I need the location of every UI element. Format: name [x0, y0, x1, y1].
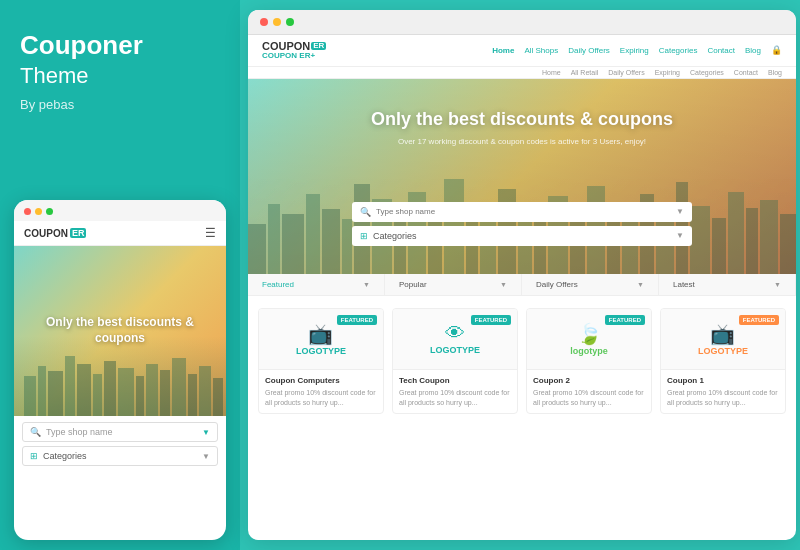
grid-icon: ⊞ — [30, 451, 38, 461]
coupon-card-2[interactable]: FEATURED 👁 LOGOTYPE Tech Coupon Great pr… — [392, 308, 518, 415]
svg-rect-10 — [160, 370, 170, 416]
filter-tabs: Featured ▼ Popular ▼ Daily Offers ▼ Late… — [248, 274, 796, 296]
card-info-1: Coupon Computers Great promo 10% discoun… — [259, 369, 383, 414]
desktop-dot-green — [286, 18, 294, 26]
chevron-down-icon: ▼ — [202, 428, 210, 437]
chevron-daily: ▼ — [637, 281, 644, 288]
filter-popular-label: Popular — [399, 280, 427, 289]
svg-rect-1 — [38, 366, 46, 416]
desktop-search-input[interactable] — [376, 207, 671, 216]
svg-rect-20 — [342, 219, 352, 274]
card-desc-1: Great promo 10% discount code for all pr… — [265, 388, 377, 408]
filter-tab-featured[interactable]: Featured ▼ — [248, 274, 385, 295]
mobile-categories-bar[interactable]: ⊞ Categories ▼ — [22, 446, 218, 466]
tv-icon-1: 📺 — [296, 322, 346, 346]
nav-sub-contact[interactable]: Contact — [734, 69, 758, 76]
chevron-popular: ▼ — [500, 281, 507, 288]
svg-rect-12 — [188, 374, 197, 416]
svg-rect-15 — [248, 224, 266, 274]
card-title-3: Coupon 2 — [533, 376, 645, 385]
nav-sub-links: Home All Retail Daily Offers Expiring Ca… — [542, 69, 782, 76]
desktop-nav-subrow: Home All Retail Daily Offers Expiring Ca… — [248, 67, 796, 79]
svg-rect-44 — [760, 200, 778, 274]
chevron-down-icon-2: ▼ — [202, 452, 210, 461]
filter-tab-latest[interactable]: Latest ▼ — [659, 274, 796, 295]
nav-categories[interactable]: Categories — [659, 46, 698, 55]
mobile-dot-green — [46, 208, 53, 215]
filter-tab-daily[interactable]: Daily Offers ▼ — [522, 274, 659, 295]
desktop-search-icon: 🔍 — [360, 207, 371, 217]
nav-blog[interactable]: Blog — [745, 46, 761, 55]
app-subtitle: Theme — [20, 63, 220, 89]
featured-badge-1: FEATURED — [337, 315, 377, 325]
mobile-search-bar[interactable]: 🔍 Type shop name ▼ — [22, 422, 218, 442]
svg-rect-11 — [172, 358, 186, 416]
mobile-hero: Only the best discounts & coupons — [14, 246, 226, 416]
featured-badge-3: FEATURED — [605, 315, 645, 325]
svg-rect-8 — [136, 376, 144, 416]
desktop-search-bar[interactable]: 🔍 ▼ — [352, 202, 692, 222]
nav-daily-offers[interactable]: Daily Offers — [568, 46, 610, 55]
desktop-hero-subtitle: Over 17 working discount & coupon codes … — [248, 137, 796, 146]
svg-rect-45 — [780, 214, 796, 274]
card-logo-area-3: FEATURED 🍃 logotype — [527, 309, 651, 369]
svg-rect-41 — [712, 218, 726, 274]
desktop-categories-chevron: ▼ — [676, 231, 684, 240]
desktop-categories-label: Categories — [373, 231, 417, 241]
svg-rect-19 — [322, 209, 340, 274]
card-logo-area-2: FEATURED 👁 LOGOTYPE — [393, 309, 517, 369]
desktop-mockup: COUPONER COUPON ER+ Home All Shops Daily… — [248, 10, 796, 540]
card-desc-4: Great promo 10% discount code for all pr… — [667, 388, 779, 408]
logotype-4: LOGOTYPE — [698, 346, 748, 356]
svg-rect-42 — [728, 192, 744, 274]
desktop-nav: COUPONER COUPON ER+ Home All Shops Daily… — [248, 35, 796, 67]
nav-all-shops[interactable]: All Shops — [524, 46, 558, 55]
filter-tab-popular[interactable]: Popular ▼ — [385, 274, 522, 295]
logotype-3: logotype — [570, 346, 608, 356]
coupon-card-3[interactable]: FEATURED 🍃 logotype Coupon 2 Great promo… — [526, 308, 652, 415]
mobile-mockup: COUPONER ☰ Only the best discounts & cou… — [14, 200, 226, 540]
mobile-categories-label: Categories — [43, 451, 87, 461]
coupon-card-4[interactable]: FEATURED 📺 LOGOTYPE Coupon 1 Great promo… — [660, 308, 786, 415]
card-info-4: Coupon 1 Great promo 10% discount code f… — [661, 369, 785, 414]
chevron-latest: ▼ — [774, 281, 781, 288]
svg-rect-13 — [199, 366, 211, 416]
leaf-icon-3: 🍃 — [570, 322, 608, 346]
svg-rect-16 — [268, 204, 280, 274]
nav-sub-home[interactable]: Home — [542, 69, 561, 76]
nav-home[interactable]: Home — [492, 46, 514, 55]
svg-rect-17 — [282, 214, 304, 274]
nav-expiring[interactable]: Expiring — [620, 46, 649, 55]
filter-featured-label: Featured — [262, 280, 294, 289]
hamburger-icon[interactable]: ☰ — [205, 226, 216, 240]
nav-sub-dailyoffers[interactable]: Daily Offers — [608, 69, 644, 76]
chevron-featured: ▼ — [363, 281, 370, 288]
mobile-dot-yellow — [35, 208, 42, 215]
nav-sub-categories[interactable]: Categories — [690, 69, 724, 76]
card-desc-2: Great promo 10% discount code for all pr… — [399, 388, 511, 408]
featured-badge-2: FEATURED — [471, 315, 511, 325]
mobile-titlebar — [14, 200, 226, 221]
search-icon: 🔍 — [30, 427, 41, 437]
nav-sub-allretail[interactable]: All Retail — [571, 69, 599, 76]
cards-area: FEATURED 📺 LOGOTYPE Coupon Computers Gre… — [248, 296, 796, 427]
svg-rect-7 — [118, 368, 134, 416]
svg-rect-6 — [104, 361, 116, 416]
card-title-4: Coupon 1 — [667, 376, 779, 385]
logotype-1: LOGOTYPE — [296, 346, 346, 356]
featured-badge-4: FEATURED — [739, 315, 779, 325]
nav-sub-blog[interactable]: Blog — [768, 69, 782, 76]
eye-icon-2: 👁 — [430, 322, 480, 345]
coupon-card-1[interactable]: FEATURED 📺 LOGOTYPE Coupon Computers Gre… — [258, 308, 384, 415]
app-author: By pebas — [20, 97, 220, 112]
card-info-3: Coupon 2 Great promo 10% discount code f… — [527, 369, 651, 414]
svg-rect-18 — [306, 194, 320, 274]
nav-contact[interactable]: Contact — [707, 46, 735, 55]
city-silhouette — [14, 346, 226, 416]
svg-rect-2 — [48, 371, 63, 416]
desktop-hero: Only the best discounts & coupons Over 1… — [248, 79, 796, 274]
desktop-categories-bar[interactable]: ⊞ Categories ▼ — [352, 226, 692, 246]
svg-rect-5 — [93, 374, 102, 416]
nav-sub-expiring[interactable]: Expiring — [655, 69, 680, 76]
svg-rect-3 — [65, 356, 75, 416]
